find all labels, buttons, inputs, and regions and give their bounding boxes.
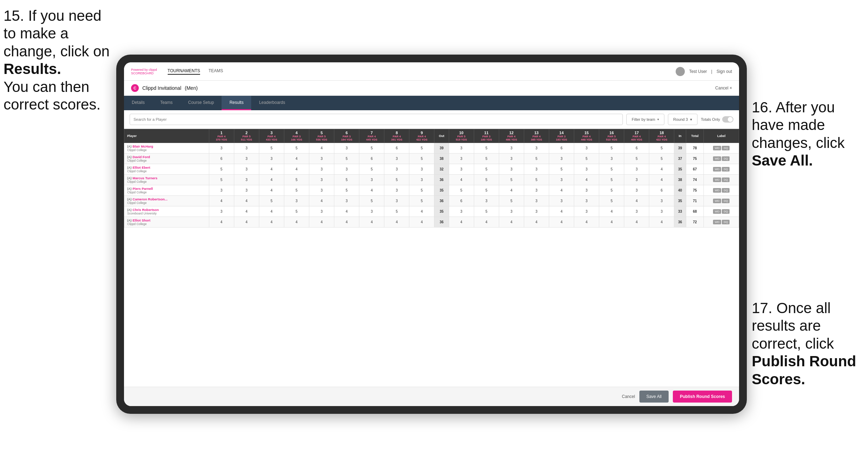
score-hole-9[interactable]: 3 bbox=[409, 164, 434, 175]
score-hole-8[interactable]: 3 bbox=[384, 154, 409, 164]
dq-button[interactable]: DQ bbox=[722, 188, 730, 193]
wd-button[interactable]: WD bbox=[713, 146, 721, 150]
score-hole-9[interactable]: 4 bbox=[409, 206, 434, 217]
score-hole-7[interactable]: 6 bbox=[359, 154, 384, 164]
player-name-link[interactable]: David Ford bbox=[132, 155, 150, 159]
filter-by-team-button[interactable]: Filter by team ▾ bbox=[626, 114, 664, 125]
score-hole-8[interactable]: 3 bbox=[384, 164, 409, 175]
score-hole-12[interactable]: 5 bbox=[499, 175, 524, 185]
dq-button[interactable]: DQ bbox=[722, 156, 730, 161]
score-hole-10[interactable]: 3 bbox=[449, 164, 474, 175]
score-hole-17[interactable]: 4 bbox=[624, 217, 649, 228]
score-hole-12[interactable]: 5 bbox=[499, 196, 524, 206]
score-hole-1[interactable]: 3 bbox=[209, 143, 234, 154]
score-hole-15[interactable]: 5 bbox=[574, 154, 599, 164]
score-hole-15[interactable]: 4 bbox=[574, 217, 599, 228]
score-hole-6[interactable]: 5 bbox=[334, 185, 359, 196]
score-hole-5[interactable]: 3 bbox=[309, 185, 334, 196]
score-hole-9[interactable]: 4 bbox=[409, 217, 434, 228]
score-hole-10[interactable]: 5 bbox=[449, 185, 474, 196]
score-hole-2[interactable]: 3 bbox=[234, 143, 259, 154]
score-hole-10[interactable]: 4 bbox=[449, 217, 474, 228]
score-hole-2[interactable]: 3 bbox=[234, 164, 259, 175]
totals-only-toggle[interactable] bbox=[722, 116, 733, 123]
score-hole-6[interactable]: 3 bbox=[334, 164, 359, 175]
score-hole-18[interactable]: 5 bbox=[649, 154, 674, 164]
score-hole-16[interactable]: 5 bbox=[599, 143, 624, 154]
score-hole-14[interactable]: 6 bbox=[549, 143, 574, 154]
score-hole-5[interactable]: 4 bbox=[309, 196, 334, 206]
score-hole-12[interactable]: 3 bbox=[499, 154, 524, 164]
score-hole-12[interactable]: 4 bbox=[499, 217, 524, 228]
score-hole-13[interactable]: 3 bbox=[524, 164, 549, 175]
score-hole-3[interactable]: 3 bbox=[259, 154, 284, 164]
score-hole-14[interactable]: 4 bbox=[549, 185, 574, 196]
score-hole-18[interactable]: 4 bbox=[649, 164, 674, 175]
score-hole-8[interactable]: 3 bbox=[384, 185, 409, 196]
wd-button[interactable]: WD bbox=[713, 167, 721, 172]
score-hole-10[interactable]: 4 bbox=[449, 175, 474, 185]
score-hole-4[interactable]: 5 bbox=[284, 185, 309, 196]
dq-button[interactable]: DQ bbox=[722, 146, 730, 150]
score-hole-8[interactable]: 6 bbox=[384, 143, 409, 154]
dq-button[interactable]: DQ bbox=[722, 209, 730, 214]
score-hole-1[interactable]: 5 bbox=[209, 164, 234, 175]
score-hole-2[interactable]: 4 bbox=[234, 196, 259, 206]
tab-teams[interactable]: Teams bbox=[153, 96, 180, 110]
score-hole-4[interactable]: 4 bbox=[284, 154, 309, 164]
score-hole-3[interactable]: 4 bbox=[259, 217, 284, 228]
score-hole-7[interactable]: 4 bbox=[359, 217, 384, 228]
score-hole-3[interactable]: 4 bbox=[259, 175, 284, 185]
score-hole-10[interactable]: 6 bbox=[449, 196, 474, 206]
score-hole-4[interactable]: 5 bbox=[284, 175, 309, 185]
score-hole-7[interactable]: 3 bbox=[359, 175, 384, 185]
score-hole-17[interactable]: 6 bbox=[624, 143, 649, 154]
player-name-link[interactable]: Blair McHarg bbox=[132, 144, 153, 148]
score-hole-16[interactable]: 4 bbox=[599, 206, 624, 217]
score-hole-14[interactable]: 5 bbox=[549, 164, 574, 175]
score-hole-6[interactable]: 4 bbox=[334, 217, 359, 228]
score-hole-1[interactable]: 4 bbox=[209, 196, 234, 206]
score-hole-18[interactable]: 4 bbox=[649, 217, 674, 228]
score-hole-18[interactable]: 6 bbox=[649, 185, 674, 196]
score-hole-3[interactable]: 4 bbox=[259, 185, 284, 196]
score-hole-14[interactable]: 4 bbox=[549, 217, 574, 228]
score-hole-15[interactable]: 3 bbox=[574, 143, 599, 154]
score-hole-9[interactable]: 5 bbox=[409, 185, 434, 196]
score-hole-4[interactable]: 4 bbox=[284, 164, 309, 175]
score-hole-15[interactable]: 3 bbox=[574, 185, 599, 196]
player-name-link[interactable]: Marcus Turners bbox=[132, 176, 157, 180]
score-hole-7[interactable]: 5 bbox=[359, 164, 384, 175]
score-hole-18[interactable]: 5 bbox=[649, 143, 674, 154]
search-input[interactable] bbox=[130, 114, 623, 125]
score-hole-8[interactable]: 5 bbox=[384, 175, 409, 185]
score-hole-1[interactable]: 3 bbox=[209, 206, 234, 217]
score-hole-9[interactable]: 3 bbox=[409, 175, 434, 185]
tab-leaderboards[interactable]: Leaderboards bbox=[251, 96, 293, 110]
score-hole-16[interactable]: 5 bbox=[599, 175, 624, 185]
player-name-link[interactable]: Chris Robertson bbox=[132, 208, 159, 212]
sign-out-link[interactable]: Sign out bbox=[717, 69, 732, 74]
score-hole-6[interactable]: 5 bbox=[334, 154, 359, 164]
player-name-link[interactable]: Elliot Ebert bbox=[132, 166, 150, 169]
score-hole-11[interactable]: 5 bbox=[474, 154, 499, 164]
score-hole-3[interactable]: 5 bbox=[259, 143, 284, 154]
dq-button[interactable]: DQ bbox=[722, 178, 730, 182]
score-hole-16[interactable]: 5 bbox=[599, 196, 624, 206]
score-hole-17[interactable]: 3 bbox=[624, 185, 649, 196]
score-hole-15[interactable]: 3 bbox=[574, 196, 599, 206]
score-hole-4[interactable]: 5 bbox=[284, 206, 309, 217]
score-hole-2[interactable]: 3 bbox=[234, 175, 259, 185]
score-hole-6[interactable]: 5 bbox=[334, 175, 359, 185]
publish-round-scores-button[interactable]: Publish Round Scores bbox=[673, 391, 732, 403]
score-hole-14[interactable]: 3 bbox=[549, 154, 574, 164]
score-hole-15[interactable]: 3 bbox=[574, 164, 599, 175]
score-hole-5[interactable]: 3 bbox=[309, 206, 334, 217]
dq-button[interactable]: DQ bbox=[722, 220, 730, 224]
score-hole-15[interactable]: 3 bbox=[574, 206, 599, 217]
score-hole-16[interactable]: 5 bbox=[599, 164, 624, 175]
score-hole-10[interactable]: 3 bbox=[449, 206, 474, 217]
score-hole-1[interactable]: 4 bbox=[209, 217, 234, 228]
score-hole-12[interactable]: 3 bbox=[499, 164, 524, 175]
score-hole-1[interactable]: 6 bbox=[209, 154, 234, 164]
